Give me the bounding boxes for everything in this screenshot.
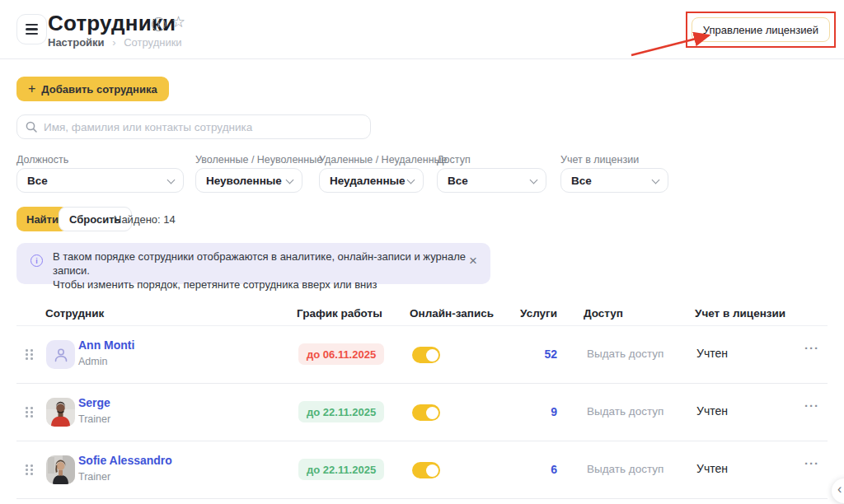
filter-value: Неудаленные [330,175,406,187]
chevron-down-icon [407,176,415,184]
filters-row: Должность Все Уволенные / Неуволенные Не… [0,154,844,194]
employee-role: Admin [78,356,107,367]
avatar [46,398,75,427]
filter-access: Доступ Все [437,154,471,166]
license-status: Учтен [696,462,728,475]
license-status: Учтен [696,404,728,418]
row-menu-icon[interactable]: ··· [804,341,819,355]
filter-position: Должность Все [16,154,68,166]
chevron-down-icon [286,176,294,184]
table-header: Сотрудник График работы Онлайн-запись Ус… [0,303,844,326]
banner-line1: В таком порядке сотрудники отображаются … [53,250,490,278]
filter-value: Неуволенные [206,175,282,187]
info-icon[interactable]: i [152,17,166,31]
search-icon [26,121,37,133]
add-employee-label: Добавить сотрудника [41,83,157,96]
filter-deleted: Удаленные / Неудаленные Неудаленные [319,154,448,166]
plus-icon: + [28,82,35,96]
top-bar: Сотрудники i ☆ Настройки › Сотрудники Уп… [0,0,844,59]
employee-role: Trainer [78,413,110,425]
grant-access-link[interactable]: Выдать доступ [587,405,663,418]
col-access: Доступ [584,307,623,320]
employee-name-link[interactable]: Serge [78,396,110,409]
avatar [46,455,75,484]
online-booking-toggle[interactable] [412,347,440,363]
photo-avatar [46,398,75,427]
breadcrumb: Настройки › Сотрудники [48,36,182,49]
filter-label: Должность [16,154,68,166]
search-field [16,114,371,139]
filter-label: Доступ [437,154,471,166]
chevron-left-icon: ‹ [837,482,842,497]
breadcrumb-current: Сотрудники [124,36,181,49]
search-input[interactable] [16,114,371,139]
avatar [46,340,75,369]
menu-button[interactable] [16,14,47,44]
employee-name-link[interactable]: Ann Monti [78,338,134,352]
grant-access-link[interactable]: Выдать доступ [587,463,663,475]
filter-fired: Уволенные / Неуволенные Неуволенные [195,154,322,166]
chevron-down-icon [530,176,538,184]
breadcrumb-settings[interactable]: Настройки [48,36,105,49]
results-count: Найдено: 14 [114,213,176,226]
col-schedule: График работы [297,307,382,320]
add-employee-button[interactable]: + Добавить сотрудника [16,77,169,101]
filter-value: Все [571,175,592,187]
license-management-button[interactable]: Управление лицензией [692,17,830,42]
license-status: Учтен [696,347,728,360]
filter-license-select[interactable]: Все [560,168,668,193]
filter-label: Уволенные / Неуволенные [195,154,322,166]
col-services: Услуги [495,307,557,320]
close-icon[interactable]: × [469,254,477,268]
online-booking-toggle[interactable] [412,404,440,421]
employees-page: Сотрудники i ☆ Настройки › Сотрудники Уп… [0,0,844,504]
services-count-link[interactable]: 52 [495,348,557,361]
schedule-badge[interactable]: до 22.11.2025 [298,401,384,422]
filter-deleted-select[interactable]: Неудаленные [319,168,424,193]
table-row: Ann Monti Admin до 06.11.2025 52 Выдать … [0,326,844,384]
filter-license: Учет в лицензии Все [560,154,639,166]
filter-label: Учет в лицензии [560,154,639,166]
col-license: Учет в лицензии [695,307,785,320]
breadcrumb-separator-icon: › [112,36,115,49]
services-count-link[interactable]: 9 [495,405,557,418]
services-count-link[interactable]: 6 [495,463,557,476]
schedule-badge[interactable]: до 06.11.2025 [298,343,384,365]
drag-handle-icon[interactable] [26,464,33,475]
info-banner: i В таком порядке сотрудники отображаютс… [16,243,490,284]
table-body: Ann Monti Admin до 06.11.2025 52 Выдать … [0,326,844,499]
table-row: Serge Trainer до 22.11.2025 9 Выдать дос… [0,384,844,441]
employee-role: Trainer [78,471,110,483]
row-menu-icon[interactable]: ··· [804,399,819,413]
col-employee: Сотрудник [45,307,104,320]
drag-handle-icon[interactable] [26,407,33,418]
row-menu-icon[interactable]: ··· [804,456,819,470]
col-online-booking: Онлайн-запись [410,307,494,320]
drag-handle-icon[interactable] [26,349,33,360]
banner-info-icon: i [30,254,43,267]
chevron-down-icon [167,176,176,184]
star-icon[interactable]: ☆ [171,14,185,30]
filter-position-select[interactable]: Все [16,168,184,193]
banner-line2: Чтобы изменить порядок, перетяните сотру… [53,278,490,292]
hamburger-icon [26,24,38,35]
chevron-down-icon [652,176,660,184]
grant-access-link[interactable]: Выдать доступ [587,348,663,360]
banner-text: В таком порядке сотрудники отображаются … [53,250,490,292]
annotation-highlight-box: Управление лицензией [686,12,836,48]
filter-value: Все [448,175,468,187]
online-booking-toggle[interactable] [412,462,440,478]
employee-name-link[interactable]: Sofie Alessandro [78,454,172,467]
table-row: Sofie Alessandro Trainer до 22.11.2025 6… [0,441,844,499]
person-icon [53,347,69,363]
filter-value: Все [27,175,48,187]
schedule-badge[interactable]: до 22.11.2025 [298,459,384,480]
photo-avatar [46,455,75,484]
filter-label: Удаленные / Неудаленные [319,154,448,166]
filter-access-select[interactable]: Все [437,168,546,193]
filter-fired-select[interactable]: Неуволенные [195,168,302,193]
